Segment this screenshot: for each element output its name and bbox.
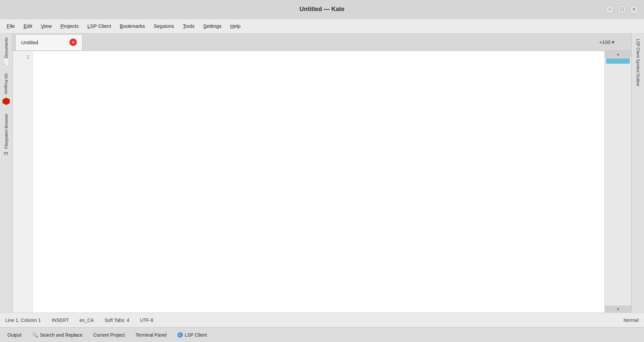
tab-close-button[interactable]: ✕ xyxy=(69,39,77,46)
bottom-tab-current-project[interactable]: Current Project xyxy=(89,331,129,339)
status-edit-mode: INSERT xyxy=(52,318,69,323)
sidebar-item-documents[interactable]: 📄 Documents xyxy=(0,34,12,69)
current-project-label: Current Project xyxy=(93,332,125,338)
status-highlight-mode: Normal xyxy=(624,318,639,323)
sidebar-label-git-projects: Git Projects xyxy=(4,73,9,94)
terminal-panel-label: Terminal Panel xyxy=(136,332,167,338)
sidebar-item-git-projects[interactable]: Git Projects xyxy=(0,69,12,110)
text-editor[interactable] xyxy=(33,51,604,312)
maximize-button[interactable]: □ xyxy=(617,5,627,14)
sidebar-label-filesystem: Filesystem Browser xyxy=(4,114,9,149)
zoom-dropdown-arrow[interactable]: ▾ xyxy=(612,39,614,45)
line-numbers: 1 xyxy=(13,51,33,312)
documents-icon: 📄 xyxy=(3,59,9,65)
menu-edit[interactable]: Edit xyxy=(19,22,36,30)
menu-view[interactable]: View xyxy=(37,22,56,30)
menu-projects[interactable]: Projects xyxy=(56,22,83,30)
line-number-1: 1 xyxy=(13,54,29,60)
output-label: Output xyxy=(7,332,21,338)
scroll-down-button[interactable]: ▼ xyxy=(605,306,631,312)
close-button[interactable]: × xyxy=(629,5,639,14)
left-sidebar: 📄 Documents Git Projects 🗂 Filesystem Br… xyxy=(0,34,13,312)
sidebar-item-filesystem-browser[interactable]: 🗂 Filesystem Browser xyxy=(0,110,12,160)
tab-zoom-control[interactable]: +100 ▾ xyxy=(599,39,614,45)
filesystem-icon: 🗂 xyxy=(3,150,9,156)
lsp-client-label: LSP Client xyxy=(185,332,207,338)
menu-help[interactable]: Help xyxy=(226,22,245,30)
status-encoding: UTF-8 xyxy=(140,318,153,323)
active-tab-title: Untitled xyxy=(21,40,38,45)
minimize-button[interactable]: − xyxy=(605,5,614,14)
editor-scrollbar[interactable]: ▲ ▼ xyxy=(604,51,631,312)
menu-lsp-client[interactable]: LSP Client xyxy=(84,22,115,30)
status-language: en_CA xyxy=(79,318,94,323)
title-bar: Untitled — Kate − □ × xyxy=(0,0,644,19)
bottom-tab-lsp-client[interactable]: L LSP Client xyxy=(173,331,212,339)
lsp-client-icon: L xyxy=(177,332,183,338)
editor-area: Untitled ✕ +100 ▾ 1 ▲ ▼ xyxy=(13,34,631,312)
git-icon xyxy=(3,98,10,105)
sidebar-item-lsp-symbol-outline[interactable]: LSP Client Symbol Outline xyxy=(633,34,643,92)
bottom-panel: Output 🔍 Search and Replace Current Proj… xyxy=(0,327,644,342)
status-tab-setting: Soft Tabs: 4 xyxy=(105,318,129,323)
sidebar-label-documents: Documents xyxy=(4,38,9,58)
menu-sessions[interactable]: Sessions xyxy=(150,22,178,30)
main-area: 📄 Documents Git Projects 🗂 Filesystem Br… xyxy=(0,34,644,312)
scrollbar-thumb[interactable] xyxy=(606,58,630,64)
menu-bookmarks[interactable]: Bookmarks xyxy=(116,22,149,30)
menu-bar: File Edit View Projects LSP Client Bookm… xyxy=(0,19,644,34)
zoom-level: +100 xyxy=(599,39,610,45)
status-bar: Line 1, Column 1 INSERT en_CA Soft Tabs:… xyxy=(0,312,644,327)
right-sidebar-label: LSP Client Symbol Outline xyxy=(636,39,640,86)
menu-tools[interactable]: Tools xyxy=(179,22,199,30)
search-icon: 🔍 xyxy=(32,332,38,338)
menu-settings[interactable]: Settings xyxy=(199,22,225,30)
menu-file[interactable]: File xyxy=(3,22,19,30)
active-tab[interactable]: Untitled ✕ xyxy=(15,34,83,50)
status-cursor-position: Line 1, Column 1 xyxy=(5,318,41,323)
window-controls: − □ × xyxy=(605,5,639,14)
bottom-tab-search-replace[interactable]: 🔍 Search and Replace xyxy=(28,331,87,339)
scrollbar-track[interactable] xyxy=(605,58,631,306)
bottom-tab-output[interactable]: Output xyxy=(3,331,26,339)
window-title: Untitled — Kate xyxy=(300,6,344,13)
scroll-up-button[interactable]: ▲ xyxy=(605,51,631,58)
tab-bar: Untitled ✕ +100 ▾ xyxy=(13,34,631,51)
bottom-tab-terminal[interactable]: Terminal Panel xyxy=(131,331,171,339)
right-sidebar: LSP Client Symbol Outline xyxy=(631,34,644,312)
editor-content: 1 ▲ ▼ xyxy=(13,51,631,312)
search-replace-label: Search and Replace xyxy=(40,332,83,338)
